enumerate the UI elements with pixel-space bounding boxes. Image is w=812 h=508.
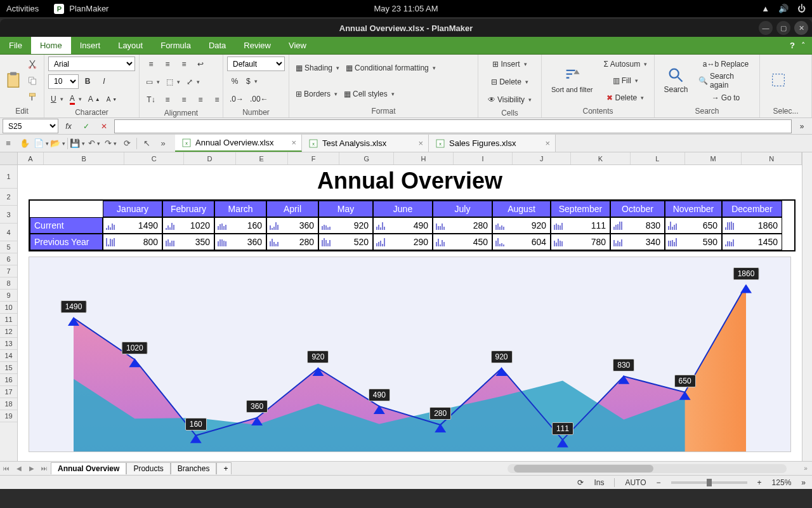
currency-button[interactable]: $ bbox=[244, 74, 260, 89]
menu-file[interactable]: File bbox=[0, 37, 31, 54]
menu-view[interactable]: View bbox=[280, 37, 315, 54]
format-painter-button[interactable] bbox=[25, 90, 40, 105]
clock[interactable]: May 23 11:05 AM bbox=[374, 4, 438, 13]
data-cell[interactable]: 360 bbox=[214, 234, 266, 250]
row-header[interactable]: 9 bbox=[0, 290, 17, 302]
shading-button[interactable]: ▦ Shading bbox=[293, 60, 342, 76]
column-header[interactable]: C bbox=[124, 152, 184, 164]
wrap-text-button[interactable]: ↩ bbox=[193, 57, 208, 72]
close-tab-icon[interactable]: × bbox=[545, 138, 550, 148]
data-cell[interactable]: 604 bbox=[492, 234, 551, 250]
row-header[interactable]: 10 bbox=[0, 302, 17, 314]
toolbar-menu-icon[interactable]: ≡ bbox=[0, 136, 16, 151]
column-header[interactable]: G bbox=[339, 152, 394, 164]
data-cell[interactable]: 590 bbox=[665, 234, 722, 250]
undo-icon[interactable]: ↶ bbox=[86, 136, 102, 151]
replace-button[interactable]: a↔b Replace bbox=[696, 57, 756, 72]
save-icon[interactable]: 💾 bbox=[69, 136, 86, 151]
data-cell[interactable]: 360 bbox=[266, 217, 318, 234]
column-header[interactable]: D bbox=[184, 152, 236, 164]
data-cell[interactable]: 111 bbox=[551, 217, 610, 234]
data-cell[interactable]: 800 bbox=[103, 234, 162, 250]
network-icon[interactable]: ▲ bbox=[761, 4, 769, 13]
doc-tab[interactable]: xAnnual Overview.xlsx× bbox=[175, 135, 302, 152]
activities-button[interactable]: Activities bbox=[6, 4, 39, 13]
fx-icon[interactable]: fx bbox=[61, 119, 76, 134]
shrink-font-button[interactable]: A▼ bbox=[104, 91, 120, 107]
data-cell[interactable]: 780 bbox=[551, 234, 610, 250]
paste-button[interactable] bbox=[4, 57, 22, 104]
align-justify-button[interactable]: ≡ bbox=[209, 92, 225, 107]
row-header[interactable]: 15 bbox=[0, 362, 17, 374]
menu-data[interactable]: Data bbox=[200, 37, 235, 54]
orientation-button[interactable]: ⤢ bbox=[184, 74, 202, 90]
column-header[interactable]: J bbox=[513, 152, 571, 164]
insert-mode-label[interactable]: Ins bbox=[594, 478, 604, 487]
align-center-button[interactable]: ≡ bbox=[176, 92, 192, 107]
column-header[interactable]: B bbox=[44, 152, 125, 164]
menu-review[interactable]: Review bbox=[235, 37, 280, 54]
data-cell[interactable]: 280 bbox=[266, 234, 318, 250]
align-bottom-button[interactable]: ≡ bbox=[176, 57, 192, 72]
zoom-slider[interactable] bbox=[671, 481, 747, 484]
zoom-out-button[interactable]: − bbox=[657, 478, 661, 487]
vertical-scrollbar[interactable] bbox=[802, 152, 812, 461]
column-header[interactable]: A bbox=[18, 152, 44, 164]
increase-decimal-button[interactable]: .0→ bbox=[227, 91, 246, 107]
more-tabs-icon[interactable]: » bbox=[799, 465, 812, 472]
new-doc-icon[interactable]: 📄 bbox=[33, 136, 49, 151]
merge-cells-button[interactable]: ⬚ bbox=[164, 74, 183, 90]
formula-accept-icon[interactable]: ✓ bbox=[79, 119, 94, 134]
row-header[interactable]: 2 bbox=[0, 189, 17, 206]
sheet-tab[interactable]: Branches bbox=[171, 462, 217, 474]
statusbar-more-icon[interactable]: » bbox=[801, 478, 806, 487]
repeat-icon[interactable]: ⟳ bbox=[119, 136, 135, 151]
align-middle-button[interactable]: ≡ bbox=[160, 57, 175, 72]
align-top-button[interactable]: ≡ bbox=[143, 57, 159, 72]
column-header[interactable]: E bbox=[236, 152, 288, 164]
bold-button[interactable]: B bbox=[80, 74, 95, 89]
column-header[interactable]: K bbox=[571, 152, 631, 164]
close-tab-icon[interactable]: × bbox=[418, 138, 423, 148]
column-header[interactable]: F bbox=[288, 152, 340, 164]
menu-layout[interactable]: Layout bbox=[109, 37, 152, 54]
data-cell[interactable]: 350 bbox=[162, 234, 214, 250]
data-cell[interactable]: 650 bbox=[665, 217, 722, 234]
font-color-button[interactable]: A bbox=[67, 91, 84, 107]
open-doc-icon[interactable]: 📂 bbox=[49, 136, 66, 151]
redo-icon[interactable]: ↷ bbox=[102, 136, 119, 151]
doc-tab[interactable]: xSales Figures.xlsx× bbox=[429, 135, 556, 152]
formula-input[interactable] bbox=[114, 119, 792, 133]
row-header[interactable]: 19 bbox=[0, 410, 17, 422]
row-header[interactable]: 8 bbox=[0, 277, 17, 290]
data-cell[interactable]: 1450 bbox=[722, 234, 782, 250]
italic-button[interactable]: I bbox=[96, 74, 112, 89]
menu-formula[interactable]: Formula bbox=[152, 37, 200, 54]
decrease-decimal-button[interactable]: .00← bbox=[247, 91, 271, 107]
data-cell[interactable]: 920 bbox=[318, 217, 373, 234]
formula-cancel-icon[interactable]: ✕ bbox=[96, 119, 112, 134]
underline-button[interactable]: U bbox=[48, 91, 66, 107]
data-cell[interactable]: 280 bbox=[433, 217, 492, 234]
formula-expand-icon[interactable]: » bbox=[794, 119, 809, 134]
delete-contents-button[interactable]: ✖ Delete bbox=[601, 90, 650, 105]
column-header[interactable]: I bbox=[454, 152, 513, 164]
window-minimize-button[interactable]: — bbox=[759, 21, 773, 35]
row-header[interactable]: 1 bbox=[0, 165, 17, 189]
data-cell[interactable]: 490 bbox=[373, 217, 433, 234]
menu-home[interactable]: Home bbox=[31, 37, 71, 54]
sort-filter-button[interactable]: Sort and filter bbox=[546, 57, 598, 104]
data-cell[interactable]: 290 bbox=[373, 234, 433, 250]
copy-button[interactable] bbox=[25, 73, 40, 88]
column-header[interactable]: L bbox=[631, 152, 685, 164]
row-header[interactable]: 13 bbox=[0, 338, 17, 350]
row-header[interactable]: 12 bbox=[0, 326, 17, 338]
zoom-level-label[interactable]: 125% bbox=[772, 478, 792, 487]
row-header[interactable]: 7 bbox=[0, 265, 17, 277]
column-header[interactable]: N bbox=[742, 152, 802, 164]
chart[interactable]: 149010201603609204902809201118306501860 bbox=[29, 257, 791, 452]
menu-insert[interactable]: Insert bbox=[71, 37, 110, 54]
close-tab-icon[interactable]: × bbox=[291, 138, 296, 147]
sheet-nav-next-icon[interactable]: ▶ bbox=[25, 465, 38, 472]
refresh-icon[interactable]: ⟳ bbox=[577, 478, 584, 487]
